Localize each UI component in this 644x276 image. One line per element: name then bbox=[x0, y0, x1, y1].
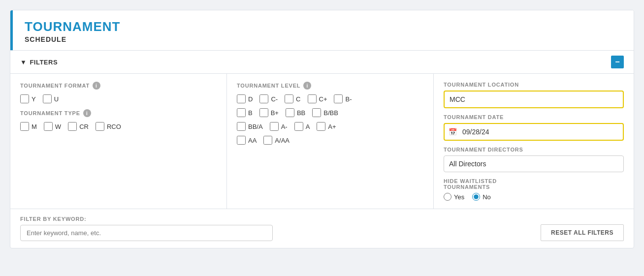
hide-waitlisted-radio-group: Yes No bbox=[444, 193, 624, 201]
type-w-checkbox[interactable] bbox=[44, 122, 53, 131]
level-row-3: BB/A A- A A+ bbox=[237, 122, 423, 131]
type-rco-checkbox[interactable] bbox=[96, 122, 104, 131]
directors-select-wrapper: All Directors bbox=[444, 155, 624, 172]
keyword-label: FILTER BY KEYWORD: bbox=[20, 216, 273, 222]
level-c-label: C bbox=[296, 95, 300, 103]
format-y-checkbox[interactable] bbox=[20, 94, 29, 103]
date-field: TOURNAMENT DATE 📅 09/28/24 bbox=[444, 114, 624, 141]
page-container: TOURNAMENT SCHEDULE ▼ FILTERS − TOURNAME… bbox=[0, 0, 644, 276]
level-row-2: B B+ BB B/BB bbox=[237, 108, 423, 117]
level-am-item: A- bbox=[270, 122, 288, 131]
level-aa-item: AA bbox=[237, 136, 257, 145]
level-aa-label: AA bbox=[248, 137, 257, 144]
hide-yes-radio[interactable] bbox=[444, 193, 451, 201]
date-select[interactable]: 09/28/24 bbox=[444, 123, 624, 141]
hide-no-label: No bbox=[483, 193, 491, 201]
keyword-input[interactable] bbox=[20, 225, 273, 241]
hide-yes-label: Yes bbox=[454, 193, 464, 201]
footer-bar: FILTER BY KEYWORD: RESET ALL FILTERS bbox=[10, 209, 634, 248]
filter-icon: ▼ bbox=[20, 59, 27, 66]
directors-field: TOURNAMENT DIRECTORS All Directors bbox=[444, 147, 624, 172]
level-bbb-item: B/BB bbox=[312, 108, 338, 117]
level-aaa-label: A/AA bbox=[275, 137, 290, 144]
card-header: TOURNAMENT SCHEDULE bbox=[10, 10, 634, 50]
keyword-group: FILTER BY KEYWORD: bbox=[20, 216, 273, 241]
type-cr-item: CR bbox=[68, 122, 89, 131]
hide-no-radio[interactable] bbox=[472, 193, 480, 201]
level-a-label: A bbox=[306, 123, 310, 130]
filters-label: ▼ FILTERS bbox=[20, 59, 58, 66]
level-d-label: D bbox=[248, 95, 253, 103]
level-am-label: A- bbox=[281, 123, 288, 130]
level-a-checkbox[interactable] bbox=[294, 122, 303, 131]
tournament-format-section: TOURNAMENT FORMAT i Y U bbox=[20, 82, 217, 103]
location-select[interactable]: MCC All Locations bbox=[444, 91, 624, 108]
level-am-checkbox[interactable] bbox=[270, 122, 279, 131]
location-select-wrapper: MCC All Locations bbox=[444, 91, 624, 108]
level-ap-label: A+ bbox=[328, 123, 336, 130]
type-rco-label: RCO bbox=[107, 123, 121, 130]
level-aaa-item: A/AA bbox=[263, 136, 290, 145]
reset-button[interactable]: RESET ALL FILTERS bbox=[541, 224, 624, 241]
level-d-checkbox[interactable] bbox=[237, 94, 246, 103]
type-info-icon[interactable]: i bbox=[83, 109, 91, 117]
location-field: TOURNAMENT LOCATION MCC All Locations bbox=[444, 82, 624, 108]
hide-yes-item: Yes bbox=[444, 193, 464, 201]
type-checkbox-group: M W CR RCO bbox=[20, 122, 217, 131]
level-bp-item: B+ bbox=[259, 108, 279, 117]
level-aa-checkbox[interactable] bbox=[237, 136, 246, 145]
level-row-1: D C- C C+ B- bbox=[237, 94, 423, 103]
collapse-button[interactable]: − bbox=[611, 56, 624, 68]
level-bb-checkbox[interactable] bbox=[286, 108, 294, 117]
directors-label: TOURNAMENT DIRECTORS bbox=[444, 147, 624, 153]
level-section-title: TOURNAMENT LEVEL i bbox=[237, 82, 423, 90]
level-c-item: C bbox=[285, 94, 300, 103]
level-b-item: B bbox=[237, 108, 253, 117]
level-bba-label: BB/A bbox=[248, 123, 263, 130]
location-label: TOURNAMENT LOCATION bbox=[444, 82, 624, 88]
level-row-4: AA A/AA bbox=[237, 136, 423, 145]
type-cr-label: CR bbox=[79, 123, 89, 130]
type-m-label: M bbox=[32, 123, 37, 130]
format-section-title: TOURNAMENT FORMAT i bbox=[20, 82, 217, 90]
directors-select[interactable]: All Directors bbox=[444, 155, 624, 172]
level-cp-item: C+ bbox=[308, 94, 327, 103]
tournament-type-section: TOURNAMENT TYPE i M W bbox=[20, 109, 217, 131]
level-cp-checkbox[interactable] bbox=[308, 94, 317, 103]
level-info-icon[interactable]: i bbox=[303, 82, 311, 90]
level-aaa-checkbox[interactable] bbox=[263, 136, 272, 145]
level-bba-checkbox[interactable] bbox=[237, 122, 246, 131]
date-select-wrapper: 📅 09/28/24 bbox=[444, 123, 624, 141]
type-section-title: TOURNAMENT TYPE i bbox=[20, 109, 217, 117]
title-schedule: SCHEDULE bbox=[25, 35, 624, 43]
level-c-checkbox[interactable] bbox=[285, 94, 293, 103]
level-bm-checkbox[interactable] bbox=[334, 94, 343, 103]
level-b-label: B bbox=[248, 109, 253, 117]
level-b-checkbox[interactable] bbox=[237, 108, 246, 117]
date-label: TOURNAMENT DATE bbox=[444, 114, 624, 120]
level-bp-label: B+ bbox=[271, 109, 279, 117]
level-bba-item: BB/A bbox=[237, 122, 263, 131]
filters-text: FILTERS bbox=[30, 59, 58, 66]
right-column: TOURNAMENT LOCATION MCC All Locations TO… bbox=[434, 74, 634, 209]
format-info-icon[interactable]: i bbox=[93, 82, 100, 90]
level-bbb-checkbox[interactable] bbox=[312, 108, 321, 117]
format-type-column: TOURNAMENT FORMAT i Y U bbox=[10, 74, 227, 209]
level-cm-item: C- bbox=[259, 94, 278, 103]
level-ap-item: A+ bbox=[317, 122, 336, 131]
level-bm-item: B- bbox=[334, 94, 352, 103]
filters-content: TOURNAMENT FORMAT i Y U bbox=[10, 73, 634, 209]
type-w-label: W bbox=[55, 123, 61, 130]
level-bb-label: BB bbox=[297, 109, 305, 117]
level-cp-label: C+ bbox=[319, 95, 327, 103]
format-u-checkbox[interactable] bbox=[43, 94, 52, 103]
title-tournament: TOURNAMENT bbox=[25, 19, 624, 34]
format-u-item: U bbox=[43, 94, 59, 103]
level-ap-checkbox[interactable] bbox=[317, 122, 325, 131]
level-cm-checkbox[interactable] bbox=[259, 94, 268, 103]
type-m-checkbox[interactable] bbox=[20, 122, 29, 131]
level-bp-checkbox[interactable] bbox=[259, 108, 268, 117]
format-y-item: Y bbox=[20, 94, 36, 103]
type-cr-checkbox[interactable] bbox=[68, 122, 77, 131]
filters-bar: ▼ FILTERS − bbox=[10, 50, 634, 73]
